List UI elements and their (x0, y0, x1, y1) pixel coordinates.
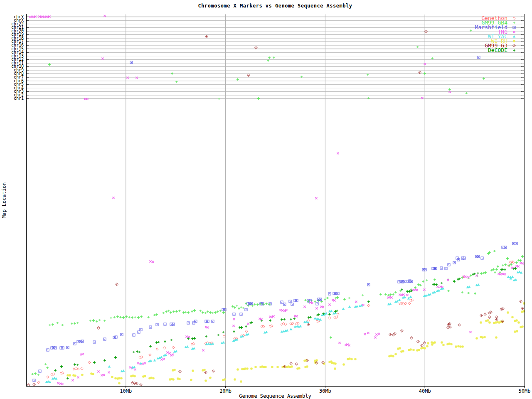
x-tick-30Mb: 30Mb (315, 388, 335, 394)
legend-decode: DeCODE (401, 47, 517, 53)
x-tick-10Mb: 10Mb (116, 388, 136, 394)
legend-label: DeCODE (488, 47, 507, 53)
plot-frame (26, 14, 525, 387)
x-tick-50Mb: 50Mb (515, 388, 532, 394)
x-tick-20Mb: 20Mb (216, 388, 236, 394)
x-tick-40Mb: 40Mb (415, 388, 435, 394)
row-label-chr1: chr1 (0, 96, 24, 100)
page: { "page": {"background": "#ffffff"}, "ch… (0, 0, 532, 399)
legend-marker-plus-icon (511, 48, 517, 53)
